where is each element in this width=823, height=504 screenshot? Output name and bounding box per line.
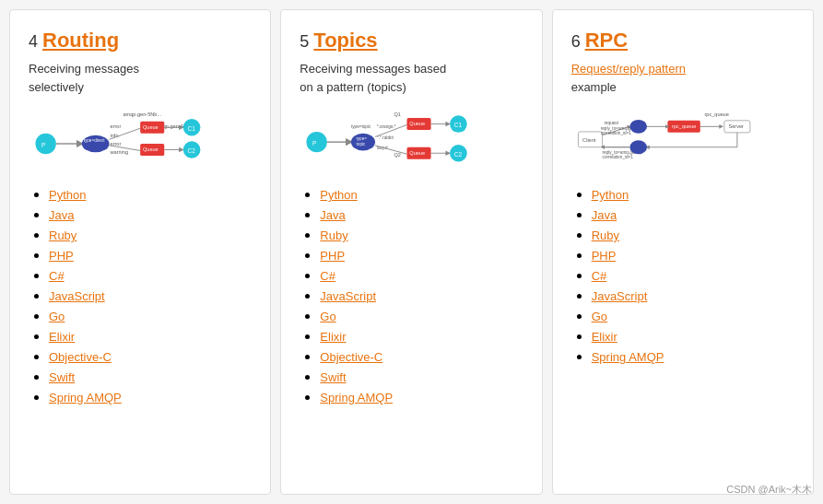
link-objective-c[interactable]: Objective-C <box>49 350 112 364</box>
list-item: Elixir <box>320 328 523 345</box>
svg-text:Client: Client <box>582 137 596 143</box>
svg-text:amqp.gen-5Nb...: amqp.gen-5Nb... <box>123 111 162 117</box>
link-python[interactable]: Python <box>320 188 357 202</box>
list-item: Java <box>49 206 252 223</box>
svg-text:warning: warning <box>110 149 129 155</box>
link-request-reply[interactable]: Request/reply pattern <box>571 62 686 76</box>
svg-text:correlation_id=1: correlation_id=1 <box>602 155 633 159</box>
link-javascript[interactable]: JavaScript <box>592 289 648 303</box>
link-go[interactable]: Go <box>592 310 607 323</box>
link-spring-amqp[interactable]: Spring AMQP <box>320 391 393 404</box>
list-item: Spring AMQP <box>49 389 252 405</box>
list-item: Elixir <box>49 328 252 345</box>
svg-text:C2: C2 <box>187 147 195 154</box>
link-spring-amqp[interactable]: Spring AMQP <box>49 391 122 404</box>
link-go[interactable]: Go <box>49 310 65 323</box>
link-javascript[interactable]: JavaScript <box>49 289 105 303</box>
svg-point-29 <box>307 132 327 152</box>
svg-text:Queue: Queue <box>143 147 159 152</box>
list-item: Swift <box>320 369 523 385</box>
list-item: PHP <box>592 247 794 264</box>
svg-text:P: P <box>312 140 316 147</box>
link-swift[interactable]: Swift <box>49 370 75 384</box>
list-item: Spring AMQP <box>320 389 523 405</box>
link-go[interactable]: Go <box>320 310 335 323</box>
link-python[interactable]: Python <box>49 188 86 202</box>
svg-text:Queue: Queue <box>410 121 426 126</box>
link-cs[interactable]: C# <box>592 269 607 283</box>
topics-lang-list: Python Java Ruby PHP C# JavaScript Go El… <box>300 186 523 409</box>
card-routing-subtitle: Receiving messagesselectively <box>29 60 252 96</box>
link-elixir[interactable]: Elixir <box>49 330 75 344</box>
svg-text:Queue: Queue <box>410 150 426 156</box>
routing-lang-list: Python Java Ruby PHP C# JavaScript Go El… <box>29 186 252 409</box>
link-swift[interactable]: Swift <box>320 370 346 384</box>
list-item: Python <box>49 186 252 203</box>
card-topics-number: 5 <box>300 32 313 51</box>
rpc-lang-list: Python Java Ruby PHP C# JavaScript Go El… <box>571 186 794 369</box>
link-spring-amqp[interactable]: Spring AMQP <box>592 350 664 364</box>
svg-text:*.*.rabbit: *.*.rabbit <box>377 135 394 140</box>
list-item: PHP <box>320 247 523 264</box>
list-item: C# <box>592 267 794 284</box>
list-item: Ruby <box>592 227 794 243</box>
link-elixir[interactable]: Elixir <box>320 330 346 344</box>
list-item: Objective-C <box>49 348 252 365</box>
list-item: JavaScript <box>592 287 794 304</box>
card-routing-number: 4 <box>29 32 42 51</box>
list-item: Java <box>592 206 794 223</box>
list-item: Elixir <box>592 328 794 345</box>
link-php[interactable]: PHP <box>320 249 345 263</box>
list-item: Go <box>320 308 523 324</box>
list-item: Python <box>320 186 523 203</box>
card-topics-title: Topics <box>313 29 377 52</box>
list-item: Ruby <box>49 227 252 243</box>
card-routing-diagram: amqp.gen-5Nb... error info error warning… <box>29 105 252 170</box>
list-item: Go <box>49 308 252 324</box>
list-item: Python <box>592 186 794 203</box>
link-php[interactable]: PHP <box>592 249 617 263</box>
svg-text:Server: Server <box>728 123 744 129</box>
svg-text:type=direct: type=direct <box>84 138 106 143</box>
watermark: CSDN @Arik~木木 <box>726 483 812 497</box>
card-topics-header: 5 Topics <box>300 29 523 53</box>
svg-text:type=topic: type=topic <box>351 124 371 129</box>
link-java[interactable]: Java <box>592 208 617 222</box>
link-ruby[interactable]: Ruby <box>49 229 76 242</box>
link-java[interactable]: Java <box>320 208 345 222</box>
card-routing-title: Routing <box>42 29 119 52</box>
card-topics-subtitle: Receiving messages basedon a pattern (to… <box>300 60 523 96</box>
card-topics-diagram: Q1 Q2 type=topic *.orange.* *.*.rabbit l… <box>300 105 523 170</box>
svg-text:C2: C2 <box>454 151 463 158</box>
link-cs[interactable]: C# <box>49 269 65 283</box>
card-topics: 5 Topics Receiving messages basedon a pa… <box>280 9 542 495</box>
svg-text:C1: C1 <box>454 122 463 128</box>
svg-text:Queue: Queue <box>143 124 159 130</box>
svg-point-57 <box>629 120 647 134</box>
svg-text:rpc_queue: rpc_queue <box>704 111 728 117</box>
list-item: Java <box>320 206 523 223</box>
svg-text:error: error <box>111 123 122 129</box>
list-item: C# <box>320 267 523 284</box>
link-elixir[interactable]: Elixir <box>592 330 617 344</box>
svg-text:Q1: Q1 <box>394 111 401 117</box>
svg-text:Q2: Q2 <box>394 152 401 158</box>
link-javascript[interactable]: JavaScript <box>320 289 376 303</box>
svg-text:request: request <box>604 121 618 125</box>
card-rpc-header: 6 RPC <box>571 29 794 53</box>
link-cs[interactable]: C# <box>320 269 335 283</box>
link-java[interactable]: Java <box>49 208 74 222</box>
link-python[interactable]: Python <box>592 188 629 202</box>
list-item: Ruby <box>320 227 523 243</box>
link-ruby[interactable]: Ruby <box>320 229 347 242</box>
svg-text:rpc_queue: rpc_queue <box>672 123 696 129</box>
link-ruby[interactable]: Ruby <box>592 229 619 242</box>
svg-text:type=: type= <box>357 136 368 141</box>
card-routing-header: 4 Routing <box>29 29 252 53</box>
list-item: PHP <box>49 247 252 264</box>
card-rpc-subtitle: Request/reply patternexample <box>571 60 794 96</box>
link-objective-c[interactable]: Objective-C <box>320 350 382 364</box>
link-php[interactable]: PHP <box>49 249 74 263</box>
list-item: C# <box>49 267 252 284</box>
svg-text:topic: topic <box>357 142 367 147</box>
